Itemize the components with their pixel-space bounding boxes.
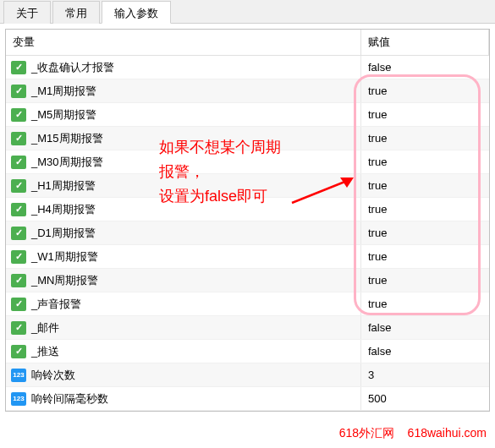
boolean-type-icon [11, 274, 26, 287]
variable-name: _M30周期报警 [31, 155, 103, 170]
content-area: 变量 赋值 _收盘确认才报警false_M1周期报警true_M5周期报警tru… [0, 24, 495, 417]
integer-type-icon: 123 [11, 369, 26, 382]
variable-cell: _声音报警 [6, 292, 361, 315]
boolean-type-icon [11, 85, 26, 98]
table-row[interactable]: _H1周期报警true [6, 174, 489, 198]
value-cell[interactable]: true [361, 108, 489, 121]
table-row[interactable]: _推送false [6, 340, 489, 363]
variable-name: _H4周期报警 [31, 202, 96, 217]
value-cell[interactable]: true [361, 156, 489, 168]
variable-name: 响铃次数 [31, 368, 75, 383]
value-cell[interactable]: true [361, 85, 489, 97]
table-row[interactable]: _M1周期报警true [6, 79, 489, 103]
value-cell[interactable]: true [361, 179, 489, 192]
value-cell[interactable]: true [361, 203, 489, 216]
value-cell[interactable]: false [361, 321, 489, 334]
table-row[interactable]: _声音报警true [6, 292, 489, 316]
variable-name: _MN周期报警 [31, 273, 98, 288]
variable-name: 响铃间隔毫秒数 [31, 391, 108, 407]
table-row[interactable]: _M5周期报警true [6, 103, 489, 127]
table-row[interactable]: _H4周期报警true [6, 198, 489, 221]
tab-about[interactable]: 关于 [3, 1, 51, 24]
variable-name: _M1周期报警 [31, 84, 96, 99]
variable-cell: _M30周期报警 [6, 150, 361, 173]
variable-cell: _H4周期报警 [6, 198, 361, 221]
value-cell[interactable]: 3 [361, 369, 489, 381]
integer-type-icon: 123 [11, 392, 26, 406]
boolean-type-icon [11, 227, 26, 240]
value-cell[interactable]: 500 [361, 392, 489, 405]
boolean-type-icon [11, 250, 26, 264]
variable-cell: _M5周期报警 [6, 103, 361, 126]
variable-cell: _收盘确认才报警 [6, 56, 361, 79]
value-cell[interactable]: true [361, 227, 489, 239]
boolean-type-icon [11, 203, 26, 216]
value-cell[interactable]: true [361, 274, 489, 287]
value-cell[interactable]: true [361, 250, 489, 263]
variable-cell: 123响铃次数 [6, 363, 361, 386]
value-cell[interactable]: true [361, 298, 489, 310]
boolean-type-icon [11, 179, 26, 193]
value-cell[interactable]: false [361, 61, 489, 74]
table-row[interactable]: _M15周期报警true [6, 127, 489, 150]
variable-name: _推送 [31, 344, 59, 359]
header-value[interactable]: 赋值 [361, 30, 489, 55]
table-row[interactable]: _D1周期报警true [6, 221, 489, 245]
boolean-type-icon [11, 156, 26, 169]
variable-cell: _W1周期报警 [6, 245, 361, 268]
variable-cell: 123响铃间隔毫秒数 [6, 387, 361, 410]
table-row[interactable]: _M30周期报警true [6, 150, 489, 174]
table-body: _收盘确认才报警false_M1周期报警true_M5周期报警true_M15周… [6, 56, 489, 411]
variable-name: _M5周期报警 [31, 107, 96, 123]
boolean-type-icon [11, 298, 26, 311]
boolean-type-icon [11, 321, 26, 335]
variable-cell: _邮件 [6, 316, 361, 339]
boolean-type-icon [11, 132, 26, 145]
variable-cell: _D1周期报警 [6, 221, 361, 244]
variable-cell: _M15周期报警 [6, 127, 361, 150]
table-header: 变量 赋值 [6, 30, 489, 56]
value-cell[interactable]: false [361, 345, 489, 358]
params-table: 变量 赋值 _收盘确认才报警false_M1周期报警true_M5周期报警tru… [5, 29, 490, 412]
variable-cell: _H1周期报警 [6, 174, 361, 197]
variable-name: _M15周期报警 [31, 131, 103, 146]
table-row[interactable]: _MN周期报警true [6, 269, 489, 292]
variable-name: _声音报警 [31, 297, 81, 312]
variable-cell: _MN周期报警 [6, 269, 361, 292]
variable-name: _邮件 [31, 320, 59, 336]
header-variable[interactable]: 变量 [6, 30, 361, 55]
tab-bar: 关于 常用 输入参数 [0, 0, 495, 24]
tab-common[interactable]: 常用 [52, 1, 100, 24]
table-row[interactable]: _W1周期报警true [6, 245, 489, 269]
variable-name: _收盘确认才报警 [31, 60, 114, 75]
table-row[interactable]: 123响铃次数3 [6, 363, 489, 387]
table-row[interactable]: _收盘确认才报警false [6, 56, 489, 79]
tab-input-params[interactable]: 输入参数 [102, 1, 171, 24]
value-cell[interactable]: true [361, 132, 489, 145]
boolean-type-icon [11, 108, 26, 122]
variable-name: _H1周期报警 [31, 178, 96, 194]
variable-name: _D1周期报警 [31, 226, 96, 241]
boolean-type-icon [11, 61, 26, 74]
table-row[interactable]: _邮件false [6, 316, 489, 340]
boolean-type-icon [11, 345, 26, 358]
variable-cell: _推送 [6, 340, 361, 363]
watermark-text: 618外汇网 618waihui.com [339, 426, 487, 441]
table-row[interactable]: 123响铃间隔毫秒数500 [6, 387, 489, 411]
variable-name: _W1周期报警 [31, 249, 98, 265]
variable-cell: _M1周期报警 [6, 79, 361, 102]
